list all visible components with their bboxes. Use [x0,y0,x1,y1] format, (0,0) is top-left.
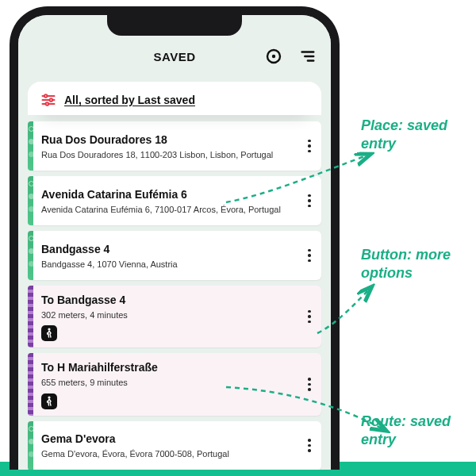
walk-icon [41,325,57,341]
locate-icon[interactable] [264,47,283,66]
more-options-button[interactable] [298,421,321,470]
place-stripe [28,176,33,225]
place-item[interactable]: Avenida Catarina Eufémia 6Avenida Catari… [28,176,321,225]
place-stripe [28,121,33,171]
route-item[interactable]: To Bandgasse 4302 meters, 4 minutes [28,286,321,347]
item-subtitle: Bandgasse 4, 1070 Vienna, Austria [41,259,293,270]
svg-point-11 [48,328,50,331]
phone-frame: SAVED [10,6,340,470]
menu-icon[interactable] [298,47,317,66]
route-item[interactable]: To H Mariahilferstraße655 meters, 9 minu… [28,353,321,415]
more-options-button[interactable] [298,231,321,280]
route-stripe [28,286,33,347]
filter-pill[interactable]: All, sorted by Last saved [28,82,321,115]
place-stripe [28,421,33,470]
app-header: SAVED [18,33,331,80]
annotation-place: Place: saved entry [361,117,464,154]
item-body: Bandgasse 4Bandgasse 4, 1070 Vienna, Aus… [33,231,298,280]
annotation-route: Route: saved entry [361,413,464,450]
item-body: Rua Dos Douradores 18Rua Dos Douradores … [33,121,298,171]
page-title: SAVED [153,50,195,63]
route-stripe [28,353,33,415]
svg-point-1 [272,55,275,58]
item-subtitle: Rua Dos Douradores 18, 1100-203 Lisbon, … [41,149,293,160]
svg-point-10 [46,102,49,106]
more-options-button[interactable] [298,121,321,171]
more-options-button[interactable] [298,176,321,225]
place-stripe [28,231,33,280]
place-item[interactable]: Gema D'evoraGema D'evora, Évora, Évora 7… [28,421,321,470]
item-title: Gema D'evora [41,432,293,445]
item-title: To Bandgasse 4 [41,294,293,306]
filter-icon [40,93,56,107]
item-body: Gema D'evoraGema D'evora, Évora, Évora 7… [33,421,298,470]
item-subtitle: 655 meters, 9 minutes [41,377,293,388]
more-options-button[interactable] [298,286,321,347]
item-title: Rua Dos Douradores 18 [41,133,293,146]
phone-notch [107,13,242,36]
place-item[interactable]: Bandgasse 4Bandgasse 4, 1070 Vienna, Aus… [28,231,321,280]
more-options-button[interactable] [298,353,321,415]
item-title: Avenida Catarina Eufémia 6 [41,188,293,201]
place-item[interactable]: Rua Dos Douradores 18Rua Dos Douradores … [28,121,321,171]
item-body: To Bandgasse 4302 meters, 4 minutes [33,286,298,347]
item-subtitle: Avenida Catarina Eufémia 6, 7100-017 Arc… [41,204,293,215]
item-body: To H Mariahilferstraße655 meters, 9 minu… [33,353,298,415]
filter-label: All, sorted by Last saved [64,94,195,106]
screen: SAVED [18,15,331,470]
item-body: Avenida Catarina Eufémia 6Avenida Catari… [33,176,298,225]
item-title: To H Mariahilferstraße [41,361,293,374]
saved-list: Rua Dos Douradores 18Rua Dos Douradores … [28,121,321,470]
item-title: Bandgasse 4 [41,243,293,255]
item-subtitle: Gema D'evora, Évora, Évora 7000-508, Por… [41,448,293,459]
svg-point-6 [44,94,48,98]
walk-icon [41,393,57,409]
item-subtitle: 302 meters, 4 minutes [41,309,293,321]
annotation-button: Button: more options [361,246,472,283]
svg-point-8 [50,98,53,102]
svg-point-12 [48,396,50,398]
